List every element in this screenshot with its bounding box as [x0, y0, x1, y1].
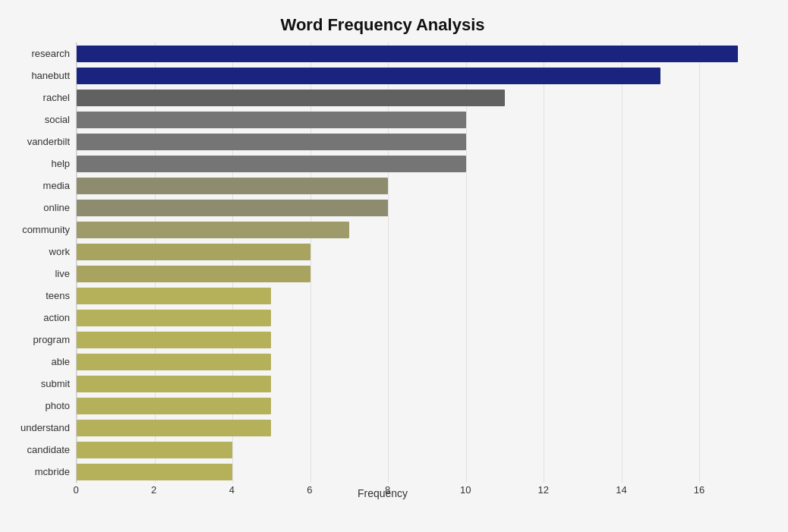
y-label: social — [45, 110, 70, 130]
grid-line — [388, 42, 389, 483]
bar-row — [77, 110, 758, 130]
chart-container: Word Frequency Analysis researchhanebutt… — [0, 0, 788, 532]
y-axis: researchhanebuttrachelsocialvanderbilthe… — [8, 42, 76, 483]
bar — [77, 90, 505, 106]
y-label: program — [33, 330, 70, 350]
grid-line — [544, 42, 544, 483]
y-label: work — [49, 242, 70, 262]
bar-row — [77, 264, 758, 284]
bar — [77, 354, 271, 370]
x-tick-label: 6 — [307, 484, 312, 496]
y-label: submit — [41, 374, 70, 394]
chart-area: researchhanebuttrachelsocialvanderbilthe… — [8, 42, 758, 483]
y-label: mcbride — [35, 462, 70, 482]
bar-row — [77, 440, 758, 460]
y-label: photo — [45, 396, 70, 416]
bar-row — [77, 88, 758, 108]
y-label: candidate — [27, 440, 70, 460]
grid-line — [232, 42, 233, 483]
y-label: able — [51, 352, 70, 372]
bar — [77, 156, 466, 172]
bar — [77, 266, 310, 282]
y-label: help — [51, 154, 70, 174]
bar-row — [77, 132, 758, 152]
grid-line — [155, 42, 156, 483]
bar-row — [77, 44, 758, 64]
x-tick-label: 16 — [694, 484, 704, 496]
y-label: action — [43, 308, 70, 328]
grid-line — [310, 42, 311, 483]
bar-row — [77, 396, 758, 416]
bar — [77, 178, 388, 194]
y-label: online — [43, 198, 70, 218]
x-tick-label: 0 — [73, 484, 78, 496]
bars-area — [76, 42, 758, 483]
bar — [77, 310, 271, 326]
grid-line — [699, 42, 700, 483]
x-tick-label: 4 — [229, 484, 235, 496]
grid-line — [77, 42, 77, 483]
grid-line — [622, 42, 623, 483]
bar-row — [77, 462, 758, 482]
y-label: rachel — [43, 88, 70, 108]
x-tick-label: 14 — [616, 484, 626, 496]
y-label: teens — [46, 286, 70, 306]
bar — [77, 244, 310, 260]
bar — [77, 112, 466, 128]
y-label: hanebutt — [31, 66, 70, 86]
y-label: research — [31, 44, 70, 64]
bar — [77, 420, 271, 436]
x-axis-title: Frequency — [8, 487, 758, 499]
bar — [77, 134, 466, 150]
bar — [77, 200, 388, 216]
x-tick-label: 8 — [385, 484, 390, 496]
bar — [77, 376, 271, 392]
bar-row — [77, 374, 758, 394]
bar-row — [77, 220, 758, 240]
x-tick-label: 2 — [151, 484, 156, 496]
bar — [77, 464, 232, 480]
y-label: community — [22, 220, 70, 240]
bar-row — [77, 418, 758, 438]
bar-row — [77, 308, 758, 328]
bar — [77, 332, 271, 348]
bar — [77, 46, 738, 62]
y-label: understand — [20, 418, 70, 438]
grid-line — [466, 42, 467, 483]
bar-row — [77, 330, 758, 350]
bar-row — [77, 286, 758, 306]
x-tick-label: 12 — [538, 484, 549, 496]
bar — [77, 398, 271, 414]
bar-row — [77, 66, 758, 86]
bar-row — [77, 352, 758, 372]
x-tick-label: 10 — [460, 484, 471, 496]
bar — [77, 442, 232, 458]
y-label: media — [43, 176, 70, 196]
bar — [77, 222, 349, 238]
y-label: vanderbilt — [27, 132, 70, 152]
chart-title: Word Frequency Analysis — [8, 15, 758, 35]
bar-row — [77, 198, 758, 218]
bar-row — [77, 242, 758, 262]
bar-row — [77, 154, 758, 174]
bar-row — [77, 176, 758, 196]
bar — [77, 68, 660, 84]
y-label: live — [55, 264, 70, 284]
bar — [77, 288, 271, 304]
